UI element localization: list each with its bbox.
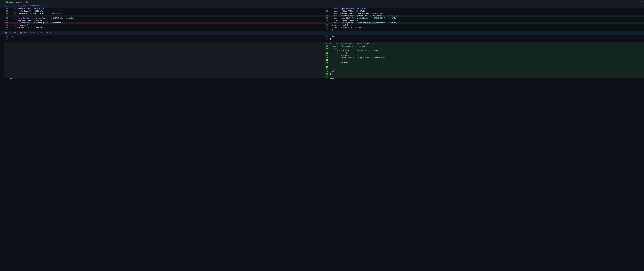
file-menu-icon[interactable] bbox=[640, 1, 642, 3]
line-number-right[interactable]: 83 bbox=[324, 75, 328, 78]
line-number-right[interactable]: 15 bbox=[324, 14, 328, 17]
code-right: } bbox=[330, 73, 644, 75]
line-number-right[interactable]: 77 bbox=[324, 61, 328, 64]
line-number-right[interactable]: 78 bbox=[324, 64, 328, 66]
line-number-right[interactable]: 67 bbox=[324, 38, 328, 40]
diff-row: 71+ exec( bbox=[0, 47, 644, 50]
diff-row: 73+ (error) => { bbox=[0, 52, 644, 54]
line-number-right[interactable]: 12 bbox=[324, 8, 328, 10]
line-number-left[interactable]: 18 bbox=[4, 24, 8, 26]
line-number-left[interactable]: 67 bbox=[4, 40, 8, 42]
line-number-right[interactable]: 19 bbox=[324, 24, 328, 26]
diff-row: 68main();84main(); bbox=[0, 78, 644, 80]
line-number-left[interactable]: 20 bbox=[4, 29, 8, 31]
code-left: copyCustomConfig('./custom-config.ts', `… bbox=[10, 17, 324, 19]
line-number-right[interactable]: 84 bbox=[324, 78, 328, 80]
marker-left bbox=[8, 26, 10, 29]
changes-count: 18 bbox=[6, 1, 8, 3]
marker-left bbox=[8, 64, 10, 66]
line-number-right[interactable]: 80 bbox=[324, 68, 328, 70]
marker-right: + bbox=[328, 50, 330, 52]
line-number-right[interactable]: 69 bbox=[324, 42, 328, 45]
marker-left bbox=[8, 12, 10, 14]
line-number-right[interactable]: 71 bbox=[324, 47, 328, 50]
expand-up-icon[interactable] bbox=[0, 33, 4, 35]
line-number-right[interactable]: 74 bbox=[324, 54, 328, 56]
line-number-right[interactable]: 73 bbox=[324, 52, 328, 54]
diff-row: 65 });66 }); bbox=[0, 36, 644, 38]
expand-hunk[interactable] bbox=[0, 4, 4, 8]
line-number-right[interactable]: 18 bbox=[324, 22, 328, 24]
marker-left bbox=[8, 47, 10, 50]
marker-right bbox=[328, 29, 330, 31]
line-number-right[interactable]: 76 bbox=[324, 59, 328, 61]
line-number-left[interactable]: 66 bbox=[4, 38, 8, 40]
code-left: console.log('TypeScript client generated… bbox=[10, 22, 324, 24]
line-number-right[interactable]: 75 bbox=[324, 56, 328, 59]
code-right: } catch (error) { bbox=[330, 24, 644, 26]
marker-right bbox=[328, 10, 330, 12]
line-number-right[interactable]: 21 bbox=[324, 29, 328, 31]
code-left bbox=[10, 59, 324, 61]
marker-right: + bbox=[328, 68, 330, 70]
line-number-right[interactable]: 82 bbox=[324, 73, 328, 75]
filename[interactable]: example.js bbox=[16, 1, 25, 3]
line-number-left[interactable]: 13 bbox=[4, 10, 8, 12]
line-number-right[interactable]: 68 bbox=[324, 40, 328, 42]
marker-right: + bbox=[328, 54, 330, 56]
marker-right: + bbox=[328, 70, 330, 73]
expand-hunk[interactable] bbox=[0, 31, 4, 36]
line-number-left bbox=[4, 47, 8, 50]
line-number-right[interactable]: 81 bbox=[324, 70, 328, 73]
line-number-left[interactable]: 16 bbox=[4, 19, 8, 22]
marker-left bbox=[8, 50, 10, 52]
code-right: } bbox=[330, 66, 644, 68]
line-number-right[interactable]: 13 bbox=[324, 10, 328, 12]
line-number-right[interactable]: 14 bbox=[324, 12, 328, 14]
line-number-right[interactable]: 17 bbox=[324, 19, 328, 22]
diff-row: 19 console.error('Error:', error);20 con… bbox=[0, 26, 644, 29]
line-number-left[interactable]: 65 bbox=[4, 36, 8, 38]
line-number-left[interactable]: 12 bbox=[4, 8, 8, 10]
code-left: console.error('Error:', error); bbox=[10, 26, 324, 29]
line-number-right[interactable]: 70 bbox=[324, 45, 328, 47]
marker-left bbox=[8, 68, 10, 70]
marker-right: + bbox=[328, 59, 330, 61]
diff-table: @@ -12,9 +12,10 @@ async function main()… bbox=[0, 4, 644, 80]
line-number-left bbox=[4, 56, 8, 59]
code-left: await fetchOpenAPISpec(SPEC_URL); bbox=[10, 10, 324, 12]
code-right: await generateClientCode('openapi.yaml',… bbox=[330, 12, 644, 14]
diff-row: 74+ if (error) { bbox=[0, 54, 644, 56]
line-number-left[interactable]: 68 bbox=[4, 78, 8, 80]
code-left bbox=[10, 42, 324, 45]
marker-left bbox=[8, 52, 10, 54]
marker-left bbox=[8, 17, 10, 19]
copy-path-icon[interactable] bbox=[26, 1, 28, 3]
collapse-chevron-icon[interactable] bbox=[2, 1, 3, 3]
diff-row: 77+ resolve(); bbox=[0, 61, 644, 64]
expand-up-icon[interactable] bbox=[0, 4, 4, 6]
line-number-right[interactable]: 72 bbox=[324, 50, 328, 52]
line-number-right[interactable]: 79 bbox=[324, 66, 328, 68]
diff-row: 82+} bbox=[0, 73, 644, 75]
code-right: (error) => { bbox=[330, 52, 644, 54]
diff-row: 79+ } bbox=[0, 66, 644, 68]
code-left: } bbox=[10, 38, 324, 40]
code-right: main(); bbox=[330, 78, 644, 80]
marker-right bbox=[328, 17, 330, 19]
file-header: 18 example.js bbox=[0, 0, 644, 4]
line-number-left[interactable]: 19 bbox=[4, 26, 8, 29]
line-number-right[interactable]: 66 bbox=[324, 36, 328, 38]
expand-down-icon[interactable] bbox=[0, 31, 4, 33]
drag-handle-icon[interactable] bbox=[4, 1, 6, 3]
code-left bbox=[10, 70, 324, 73]
line-number-left[interactable]: 15 bbox=[4, 17, 8, 19]
code-right: exec( bbox=[330, 47, 644, 50]
marker-right bbox=[328, 8, 330, 10]
line-number-right[interactable]: 16 bbox=[324, 17, 328, 19]
line-number-left[interactable]: 17 bbox=[4, 22, 8, 24]
line-number-left[interactable]: 14 bbox=[4, 12, 8, 14]
diff-row: 12 createOutputDirectory(OUTPUT_DIR);12 … bbox=[0, 8, 644, 10]
line-number-right[interactable]: 20 bbox=[324, 26, 328, 29]
code-left bbox=[10, 66, 324, 68]
